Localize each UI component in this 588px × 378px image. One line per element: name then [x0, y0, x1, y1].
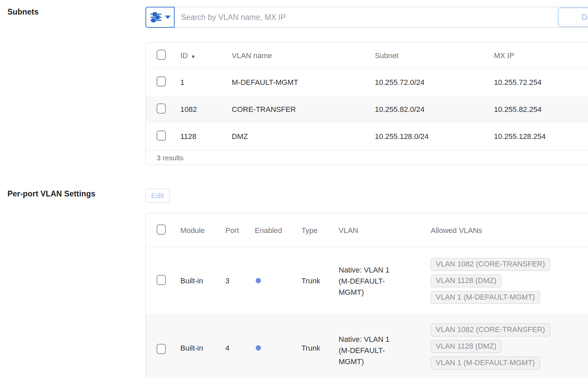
table-row[interactable]: Built-in 4 Trunk Native: VLAN 1 (M-DEFAU… [146, 314, 588, 378]
perport-section-label: Per-port VLAN Settings [7, 189, 95, 198]
subnet-value: 10.255.82.0/24 [375, 105, 494, 114]
port-type: Trunk [301, 277, 339, 285]
perport-table-header: Module Port Enabled Type VLAN Allowed VL… [146, 213, 588, 248]
module-value: Built-in [180, 277, 225, 285]
mx-ip-value: 10.255.82.254 [494, 105, 588, 114]
column-header-vlan-name[interactable]: VLAN name [232, 51, 375, 60]
native-vlan: Native: VLAN 1 (M-DEFAULT-MGMT) [339, 334, 397, 367]
sort-ascending-icon: ▲ [191, 53, 196, 58]
row-checkbox[interactable] [157, 103, 166, 114]
vlan-id: 1128 [180, 132, 196, 141]
allowed-vlan-tag: VLAN 1 (M-DEFAULT-MGMT) [431, 291, 540, 304]
allowed-vlan-tag: VLAN 1 (M-DEFAULT-MGMT) [431, 357, 540, 370]
select-all-checkbox[interactable] [157, 225, 166, 235]
column-header-vlan: VLAN [339, 226, 431, 235]
row-checkbox[interactable] [157, 131, 166, 141]
port-number: 3 [225, 277, 255, 285]
table-row[interactable]: 1082 CORE-TRANSFER 10.255.82.0/24 10.255… [146, 96, 588, 123]
filter-button[interactable] [145, 7, 175, 28]
table-row[interactable]: 1128 DMZ 10.255.128.0/24 10.255.128.254 [146, 123, 588, 150]
edit-button[interactable]: Edit [145, 189, 169, 203]
column-header-subnet[interactable]: Subnet [375, 51, 494, 60]
column-header-mx-ip[interactable]: MX IP [494, 51, 588, 60]
allowed-vlan-tag: VLAN 1082 (CORE-TRANSFER) [431, 324, 550, 336]
row-checkbox[interactable] [157, 76, 166, 87]
table-row[interactable]: 1 M-DEFAULT-MGMT 10.255.72.0/24 10.255.7… [146, 69, 588, 96]
allowed-vlan-tag: VLAN 1128 (DMZ) [431, 275, 501, 287]
column-header-port: Port [225, 226, 255, 235]
column-header-id[interactable]: ID ▲ [180, 51, 232, 60]
perport-table: Module Port Enabled Type VLAN Allowed VL… [145, 213, 588, 378]
column-header-allowed-vlans: Allowed VLANs [431, 226, 588, 235]
column-header-module: Module [180, 226, 225, 235]
port-number: 4 [225, 344, 255, 353]
allowed-vlans-list: VLAN 1082 (CORE-TRANSFER) VLAN 1128 (DMZ… [431, 258, 588, 304]
allowed-vlans-list: VLAN 1082 (CORE-TRANSFER) VLAN 1128 (DMZ… [431, 324, 588, 370]
enabled-indicator [256, 345, 261, 351]
search-input[interactable] [174, 7, 588, 28]
allowed-vlan-tag: VLAN 1082 (CORE-TRANSFER) [431, 258, 550, 271]
column-header-enabled: Enabled [255, 226, 301, 235]
enabled-indicator [256, 278, 261, 283]
row-checkbox[interactable] [157, 344, 166, 354]
allowed-vlan-tag: VLAN 1128 (DMZ) [431, 340, 501, 353]
port-type: Trunk [301, 344, 339, 353]
mx-ip-value: 10.255.72.254 [494, 78, 588, 87]
mx-ip-value: 10.255.128.254 [494, 132, 588, 141]
vlan-id: 1 [180, 78, 184, 87]
subnet-value: 10.255.72.0/24 [375, 78, 494, 87]
table-row[interactable]: Built-in 3 Trunk Native: VLAN 1 (M-DEFAU… [146, 248, 588, 314]
vlan-name: DMZ [232, 132, 375, 141]
native-vlan: Native: VLAN 1 (M-DEFAULT-MGMT) [339, 264, 397, 298]
subnet-value: 10.255.128.0/24 [375, 132, 494, 141]
subnets-table-header: ID ▲ VLAN name Subnet MX IP [146, 43, 588, 69]
vlan-id: 1082 [180, 105, 197, 114]
select-all-checkbox[interactable] [157, 50, 166, 60]
sliders-icon [150, 12, 162, 22]
chevron-down-icon [165, 16, 171, 19]
module-value: Built-in [180, 344, 225, 353]
results-count: 3 results [146, 150, 588, 165]
subnets-table: ID ▲ VLAN name Subnet MX IP 1 M-DEFAULT-… [145, 42, 588, 165]
subnets-section-label: Subnets [7, 7, 39, 17]
vlan-name: M-DEFAULT-MGMT [232, 78, 375, 87]
vlan-name: CORE-TRANSFER [232, 105, 375, 114]
delete-button[interactable]: De [558, 7, 588, 27]
column-header-type: Type [301, 226, 339, 235]
row-checkbox[interactable] [157, 275, 166, 285]
